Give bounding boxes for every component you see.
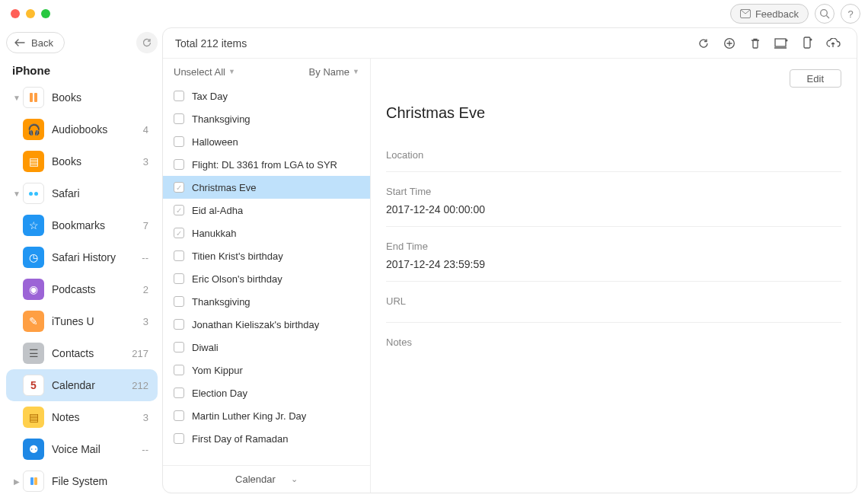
select-all-label: Unselect All [174,66,225,78]
checkbox[interactable] [174,182,184,193]
event-row[interactable]: Eric Olson's birthday [163,267,370,290]
sidebar-item-notes[interactable]: ▤ Notes 3 [6,401,158,433]
checkbox[interactable] [174,159,184,170]
export-to-pc-button[interactable] [770,32,793,55]
search-button[interactable] [815,4,834,24]
svg-rect-9 [804,37,810,48]
url-label: URL [386,295,406,307]
refresh-sidebar-button[interactable] [136,32,158,53]
sidebar-item-books-group[interactable]: ▼ Books [6,81,158,113]
svg-line-2 [827,16,830,19]
export-to-device-button[interactable] [796,32,819,55]
feedback-button[interactable]: Feedback [730,4,809,24]
audiobook-icon: 🎧 [23,119,44,140]
checkbox[interactable] [174,113,184,124]
edit-button[interactable]: Edit [790,69,841,88]
event-row[interactable]: Tax Day [163,85,370,107]
checkbox[interactable] [174,319,184,330]
event-row[interactable]: Flight: DL 3361 from LGA to SYR [163,153,370,176]
sidebar-item-filesystem-group[interactable]: ▶ File System [6,465,158,497]
sidebar-item-label: Notes [52,411,143,423]
sort-label: By Name [309,66,349,78]
event-row[interactable]: Christmas Eve [163,176,370,199]
sidebar-item-bookmarks[interactable]: ☆ Bookmarks 7 [6,209,158,241]
sidebar-item-calendar[interactable]: 5 Calendar 212 [6,369,158,401]
checkbox[interactable] [174,136,184,147]
edit-label: Edit [807,73,824,85]
sidebar-item-audiobooks[interactable]: 🎧 Audiobooks 4 [6,113,158,145]
sidebar-item-count: -- [142,252,152,263]
sidebar-item-count: 3 [143,316,152,327]
notes-icon: ▤ [23,407,44,428]
checkbox[interactable] [174,250,184,261]
sidebar: Back iPhone ▼ Books 🎧 Audiobooks 4 ▤ [0,27,162,504]
sidebar-item-count: 7 [143,220,152,231]
calendar-filter-label: Calendar [235,474,276,485]
checkbox[interactable] [174,228,184,238]
select-all-dropdown[interactable]: Unselect All ▼ [174,66,235,78]
event-row[interactable]: Thanksgiving [163,107,370,130]
checkbox[interactable] [174,91,184,101]
event-row[interactable]: Titien Krist's birthday [163,244,370,267]
add-button[interactable] [718,32,741,55]
event-row[interactable]: Eid al-Adha [163,199,370,222]
chevron-down-icon: ▼ [12,94,21,102]
event-row[interactable]: First Day of Ramadan [163,427,370,450]
chevron-down-icon[interactable]: ⌄ [291,474,298,484]
event-name: Tax Day [192,91,228,102]
event-name: Diwali [192,342,219,353]
sidebar-item-label: iTunes U [52,315,143,327]
checkbox[interactable] [174,410,184,421]
sidebar-item-label: Safari History [52,251,142,263]
checkbox[interactable] [174,433,184,444]
delete-button[interactable] [744,32,767,55]
sidebar-item-safari-group[interactable]: ▼ Safari [6,177,158,209]
sidebar-item-contacts[interactable]: ☰ Contacts 217 [6,337,158,369]
event-row[interactable]: Thanksgiving [163,290,370,313]
checkbox[interactable] [174,342,184,352]
sidebar-item-count: 4 [143,124,152,136]
sidebar-item-itunesu[interactable]: ✎ iTunes U 3 [6,305,158,337]
device-label: iPhone [6,59,158,81]
sort-dropdown[interactable]: By Name ▼ [309,66,359,78]
sidebar-item-books[interactable]: ▤ Books 3 [6,145,158,177]
content-panel: Total 212 items [162,27,857,493]
checkbox[interactable] [174,273,184,284]
sidebar-item-voicemail[interactable]: ⚉ Voice Mail -- [6,433,158,465]
event-row[interactable]: Martin Luther King Jr. Day [163,404,370,427]
event-row[interactable]: Halloween [163,130,370,153]
book-icon: ▤ [23,151,44,172]
checkbox[interactable] [174,296,184,307]
help-button[interactable]: ? [841,4,860,24]
question-icon: ? [847,8,853,20]
event-row[interactable]: Election Day [163,381,370,404]
svg-point-1 [821,10,828,17]
calendar-icon: 5 [23,375,44,396]
event-row[interactable]: Yom Kippur [163,359,370,381]
location-field: Location [386,149,841,172]
back-button[interactable]: Back [6,32,65,53]
event-row[interactable]: Jonathan Kieliszak's birthday [163,313,370,336]
start-time-label: Start Time [386,186,841,197]
sidebar-nav: ▼ Books 🎧 Audiobooks 4 ▤ Books 3 ▼ Safar… [6,81,158,499]
sidebar-item-safari-history[interactable]: ◷ Safari History -- [6,241,158,273]
chevron-down-icon: ▼ [353,68,359,75]
refresh-button[interactable] [692,32,715,55]
event-name: Thanksgiving [192,296,251,308]
checkbox[interactable] [174,365,184,375]
event-name: Hanukkah [192,228,237,239]
event-row[interactable]: Diwali [163,336,370,359]
close-window-button[interactable] [11,9,20,18]
sidebar-item-count: -- [142,444,152,455]
upload-to-cloud-button[interactable] [822,32,844,55]
event-row[interactable]: Hanukkah [163,222,370,244]
sidebar-item-count: 2 [143,284,152,295]
checkbox[interactable] [174,388,184,398]
minimize-window-button[interactable] [26,9,35,18]
sidebar-item-count: 217 [132,348,152,359]
checkbox[interactable] [174,205,184,215]
sidebar-item-podcasts[interactable]: ◉ Podcasts 2 [6,273,158,305]
maximize-window-button[interactable] [41,9,50,18]
event-name: Halloween [192,136,238,148]
event-name: First Day of Ramadan [192,433,288,445]
